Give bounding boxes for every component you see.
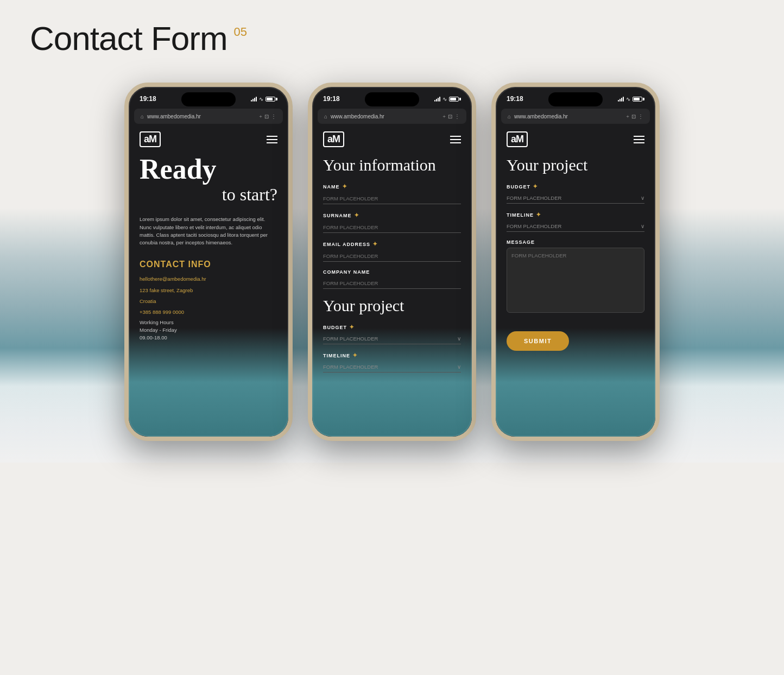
phone-2-company-input[interactable] — [323, 278, 461, 289]
phone-1-contact-address-line2: Croatia — [140, 297, 277, 306]
phone-2-email-field: EMAIL ADDRESS ✦ — [323, 241, 461, 262]
add-tab-icon[interactable]: + — [442, 113, 446, 119]
tabs-icon[interactable]: ⊡ — [631, 113, 636, 119]
tabs-icon[interactable]: ⊡ — [448, 113, 452, 119]
phone-2-logo: aM — [323, 131, 344, 147]
phone-3-budget-field: BUDGET ✦ FORM PLACEHOLDER ∨ — [507, 183, 644, 204]
phone-2-surname-label: SURNAME ✦ — [323, 212, 461, 219]
phone-3-status-icons: ∿ — [618, 96, 644, 102]
phone-1-hamburger[interactable] — [267, 136, 277, 143]
phone-2-name-input[interactable] — [323, 193, 461, 204]
chevron-down-icon: ∨ — [641, 223, 644, 229]
phone-1-content: aM Ready to start? Lorem ipsum dolor sit… — [129, 124, 288, 430]
phone-2-browser-bar[interactable]: ⌂ www.ambedomedia.hr + ⊡ ⋮ — [318, 109, 466, 124]
phone-2-timeline-label: TIMELINE ✦ — [323, 352, 461, 359]
phone-2-time: 19:18 — [323, 95, 340, 103]
submit-button[interactable]: SUBMIT — [507, 331, 569, 351]
battery-icon — [633, 97, 644, 102]
chevron-down-icon: ∨ — [457, 336, 461, 342]
add-tab-icon[interactable]: + — [626, 113, 629, 119]
phone-1-contact-heading: CONTACT INFO — [140, 260, 277, 269]
menu-icon[interactable]: ⋮ — [454, 113, 460, 119]
wifi-icon: ∿ — [442, 96, 447, 102]
phone-2-url: www.ambedomedia.hr — [331, 113, 439, 119]
phone-2-content: aM Your information NAME ✦ — [312, 124, 472, 430]
phone-3-message-label: MESSAGE — [507, 239, 644, 245]
phone-3-timeline-field: TIMELINE ✦ FORM PLACEHOLDER ∨ — [507, 211, 644, 232]
phone-1-hero-line2: to start? — [140, 185, 277, 205]
menu-icon[interactable]: ⋮ — [638, 113, 643, 119]
phone-2-section2-title: Your project — [323, 297, 461, 315]
phone-1-contact-hours-time: 09.00-18.00 — [140, 334, 277, 342]
tabs-icon[interactable]: ⊡ — [264, 113, 269, 119]
phone-3-browser-actions: + ⊡ ⋮ — [626, 113, 643, 119]
phone-2-company-label: COMPANY NAME — [323, 269, 461, 275]
add-tab-icon[interactable]: + — [259, 113, 262, 119]
phone-3: 19:18 ∿ ⌂ www.ambedomedia.hr + — [491, 83, 660, 441]
phone-1-url: www.ambedomedia.hr — [147, 113, 256, 119]
phone-2-surname-input[interactable] — [323, 222, 461, 233]
phone-2-browser-actions: + ⊡ ⋮ — [442, 113, 460, 119]
phone-2-company-field: COMPANY NAME — [323, 269, 461, 289]
menu-icon[interactable]: ⋮ — [271, 113, 276, 119]
phone-1-contact-hours-value: Monday - Friday — [140, 326, 277, 334]
phone-1-contact-email: hellothere@ambedomedia.hr — [140, 275, 277, 283]
phone-3-budget-label: BUDGET ✦ — [507, 183, 644, 190]
phone-2-name-field: NAME ✦ — [323, 183, 461, 204]
phone-1-status-icons: ∿ — [251, 96, 277, 102]
page-header: Contact Form 05 — [0, 0, 784, 72]
phone-3-content: aM Your project BUDGET ✦ FORM PLACEHOLD — [496, 124, 655, 430]
phone-3-budget-select[interactable]: FORM PLACEHOLDER ∨ — [507, 193, 644, 204]
phone-3-browser-bar[interactable]: ⌂ www.ambedomedia.hr + ⊡ ⋮ — [501, 109, 650, 124]
phone-1-logo: aM — [140, 131, 161, 147]
phone-2-email-input[interactable] — [323, 251, 461, 262]
phone-1-browser-bar[interactable]: ⌂ www.ambedomedia.hr + ⊡ ⋮ — [134, 109, 283, 124]
phone-3-nav: aM — [507, 131, 644, 147]
signal-icon — [618, 96, 624, 102]
phone-3-message-field: MESSAGE — [507, 239, 644, 315]
phone-3-time: 19:18 — [507, 95, 523, 103]
required-indicator: ✦ — [533, 183, 538, 190]
page-title: Contact Form — [30, 22, 227, 55]
wifi-icon: ∿ — [259, 96, 263, 102]
home-icon: ⌂ — [508, 113, 511, 119]
phone-2-budget-field: BUDGET ✦ FORM PLACEHOLDER ∨ — [323, 324, 461, 344]
chevron-down-icon: ∨ — [641, 195, 644, 201]
phone-1-notch — [181, 92, 236, 106]
phone-2-email-label: EMAIL ADDRESS ✦ — [323, 241, 461, 248]
phone-2-section1-title: Your information — [323, 156, 461, 174]
phone-2-name-label: NAME ✦ — [323, 183, 461, 190]
phone-2-budget-select[interactable]: FORM PLACEHOLDER ∨ — [323, 333, 461, 344]
required-indicator: ✦ — [342, 183, 347, 190]
battery-icon — [449, 97, 461, 102]
battery-icon — [265, 97, 277, 102]
phone-3-timeline-select[interactable]: FORM PLACEHOLDER ∨ — [507, 221, 644, 232]
phone-2-timeline-field: TIMELINE ✦ FORM PLACEHOLDER ∨ — [323, 352, 461, 373]
phone-2-surname-field: SURNAME ✦ — [323, 212, 461, 233]
signal-icon — [434, 96, 440, 102]
phone-1-hero-line1: Ready — [140, 156, 277, 182]
required-indicator: ✦ — [372, 241, 378, 248]
phone-1-contact-address-line1: 123 fake street, Zagreb — [140, 286, 277, 295]
phone-1-contact-hours-label: Working Hours — [140, 319, 277, 326]
phone-2-timeline-select[interactable]: FORM PLACEHOLDER ∨ — [323, 362, 461, 373]
page-number: 05 — [234, 25, 247, 39]
phone-1-contact-phone: +385 888 999 0000 — [140, 308, 277, 317]
signal-icon — [251, 96, 257, 102]
required-indicator: ✦ — [349, 324, 355, 331]
phone-2-hamburger[interactable] — [450, 136, 461, 143]
required-indicator: ✦ — [352, 352, 358, 359]
phone-3-message-textarea[interactable] — [507, 248, 644, 313]
phone-2-notch — [365, 92, 419, 106]
phone-3-hamburger[interactable] — [634, 136, 644, 143]
wifi-icon: ∿ — [626, 96, 630, 102]
phone-3-logo: aM — [507, 131, 528, 147]
phone-3-timeline-label: TIMELINE ✦ — [507, 211, 644, 218]
phones-container: 19:18 ∿ ⌂ www.ambedomedia.hr + — [0, 72, 784, 463]
phone-1: 19:18 ∿ ⌂ www.ambedomedia.hr + — [124, 83, 293, 441]
phone-1-body-text: Lorem ipsum dolor sit amet, consectetur … — [140, 216, 277, 247]
required-indicator: ✦ — [536, 211, 541, 218]
phone-3-notch — [548, 92, 603, 106]
phone-1-browser-actions: + ⊡ ⋮ — [259, 113, 276, 119]
required-indicator: ✦ — [354, 212, 359, 219]
